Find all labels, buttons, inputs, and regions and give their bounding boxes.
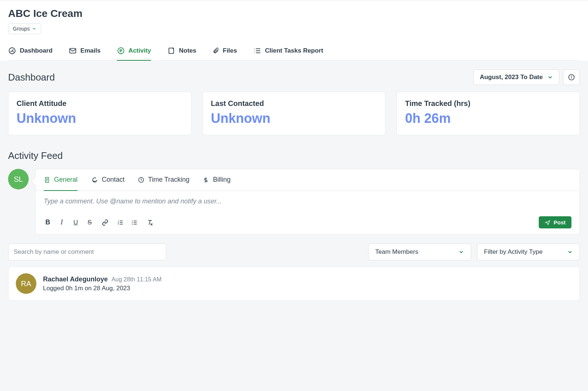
- composer-tab-label: Billing: [213, 176, 230, 184]
- gauge-icon: [8, 47, 16, 55]
- composer-tab-billing[interactable]: Billing: [202, 169, 230, 191]
- svg-point-31: [132, 220, 133, 221]
- team-members-filter[interactable]: Team Members: [368, 244, 471, 260]
- feed-item-name: Rachael Adegunloye: [43, 276, 108, 283]
- list-icon: [253, 47, 261, 55]
- dollar-icon: [202, 177, 209, 183]
- tab-dashboard[interactable]: Dashboard: [8, 43, 53, 61]
- tab-activity[interactable]: Activity: [117, 43, 151, 61]
- composer-toolbar: B I U S 123: [36, 212, 580, 234]
- post-button[interactable]: Post: [539, 216, 571, 228]
- tab-client-tasks-report[interactable]: Client Tasks Report: [253, 43, 323, 61]
- clear-format-icon: [146, 219, 154, 226]
- envelope-icon: [69, 47, 77, 55]
- tab-emails[interactable]: Emails: [69, 43, 101, 61]
- composer-tab-time-tracking[interactable]: Time Tracking: [138, 169, 189, 191]
- info-button[interactable]: [563, 70, 580, 85]
- composer-tab-contact[interactable]: Contact: [91, 169, 125, 191]
- svg-point-15: [571, 76, 572, 76]
- underline-button[interactable]: U: [72, 218, 80, 227]
- ordered-list-button[interactable]: 123: [116, 218, 125, 227]
- clock-icon: [138, 177, 144, 183]
- card-label: Client Attitude: [17, 99, 183, 108]
- feed-item-header: Rachael Adegunloye Aug 28th 11:15 AM: [43, 276, 572, 283]
- toolbar-group-link: [101, 218, 109, 227]
- composer-input[interactable]: Type a comment. Use @name to mention and…: [36, 191, 580, 212]
- svg-text:3: 3: [118, 223, 119, 225]
- send-icon: [545, 220, 551, 225]
- client-header: ABC Ice Cream Groups Dashboard Emails Ac…: [0, 0, 588, 61]
- content: Dashboard August, 2023 To Date Client At…: [0, 61, 588, 310]
- card-value: 0h 26m: [405, 111, 571, 126]
- feed-item-text: Logged 0h 1m on 28 Aug, 2023: [43, 285, 572, 292]
- date-filter-label: August, 2023 To Date: [480, 74, 543, 81]
- search-input[interactable]: [8, 244, 166, 260]
- groups-button-label: Groups: [13, 26, 30, 32]
- clear-format-button[interactable]: [146, 218, 154, 227]
- link-icon: [102, 219, 108, 226]
- note-icon: [167, 47, 175, 55]
- date-filter-button[interactable]: August, 2023 To Date: [473, 70, 559, 85]
- ul-icon: [131, 219, 138, 226]
- paperclip-icon: [212, 47, 219, 55]
- info-icon: [568, 74, 575, 81]
- svg-rect-6: [169, 48, 174, 54]
- chat-icon: [91, 176, 98, 184]
- filter-label: Filter by Activity Type: [484, 248, 542, 256]
- chevron-down-icon: [458, 249, 464, 255]
- card-last-contacted: Last Contacted Unknown: [202, 92, 386, 135]
- feed-item-timestamp: Aug 28th 11:15 AM: [111, 276, 161, 283]
- link-button[interactable]: [101, 218, 109, 227]
- svg-point-32: [132, 222, 133, 223]
- composer-tab-general[interactable]: General: [44, 169, 78, 191]
- bold-button[interactable]: B: [44, 218, 52, 227]
- composer-tab-label: Contact: [102, 176, 125, 184]
- dashboard-controls: August, 2023 To Date: [473, 70, 580, 85]
- composer: General Contact Time Tracking Billing Ty…: [35, 169, 580, 235]
- client-name: ABC Ice Cream: [8, 8, 580, 19]
- card-label: Last Contacted: [211, 99, 377, 108]
- tab-label: Client Tasks Report: [265, 47, 323, 54]
- svg-point-33: [132, 224, 133, 224]
- activity-feed-title: Activity Feed: [8, 150, 580, 161]
- tab-files[interactable]: Files: [212, 43, 237, 61]
- toolbar-group-lists: 123: [116, 218, 139, 227]
- card-time-tracked: Time Tracked (hrs) 0h 26m: [397, 92, 580, 135]
- tab-label: Dashboard: [20, 47, 53, 54]
- dashboard-header-row: Dashboard August, 2023 To Date: [8, 70, 580, 85]
- unordered-list-button[interactable]: [130, 218, 139, 227]
- feed-item: RA Rachael Adegunloye Aug 28th 11:15 AM …: [8, 266, 580, 301]
- feed-filters: Team Members Filter by Activity Type: [8, 244, 580, 260]
- strikethrough-button[interactable]: S: [86, 218, 94, 227]
- activity-icon: [117, 47, 125, 55]
- toolbar-group-text: B I U S: [44, 218, 94, 227]
- card-client-attitude: Client Attitude Unknown: [8, 92, 191, 135]
- composer-placeholder: Type a comment. Use @name to mention and…: [44, 198, 222, 205]
- ol-icon: 123: [117, 219, 124, 226]
- filter-label: Team Members: [375, 248, 418, 256]
- dashboard-cards: Client Attitude Unknown Last Contacted U…: [8, 92, 580, 135]
- dashboard-title: Dashboard: [8, 72, 55, 83]
- post-button-label: Post: [553, 219, 566, 225]
- chevron-down-icon: [567, 249, 573, 255]
- composer-row: SL General Contact Time Tracking Billing: [8, 169, 580, 235]
- composer-avatar: SL: [8, 169, 29, 189]
- card-value: Unknown: [211, 111, 377, 126]
- chevron-down-icon: [32, 26, 36, 31]
- tab-label: Emails: [80, 47, 101, 54]
- card-value: Unknown: [17, 111, 183, 126]
- composer-tabs: General Contact Time Tracking Billing: [36, 169, 580, 191]
- nav-tabs: Dashboard Emails Activity Notes Files Cl…: [8, 43, 580, 61]
- tab-label: Files: [223, 47, 237, 54]
- feed-item-avatar: RA: [16, 273, 36, 294]
- composer-tab-label: General: [54, 176, 78, 184]
- activity-type-filter[interactable]: Filter by Activity Type: [477, 244, 580, 260]
- italic-button[interactable]: I: [58, 218, 66, 227]
- tab-label: Activity: [129, 47, 151, 54]
- groups-button[interactable]: Groups: [8, 23, 41, 34]
- tab-notes[interactable]: Notes: [167, 43, 196, 61]
- chevron-down-icon: [547, 74, 553, 80]
- card-label: Time Tracked (hrs): [405, 99, 571, 108]
- composer-tab-label: Time Tracking: [148, 176, 189, 184]
- document-icon: [44, 177, 50, 183]
